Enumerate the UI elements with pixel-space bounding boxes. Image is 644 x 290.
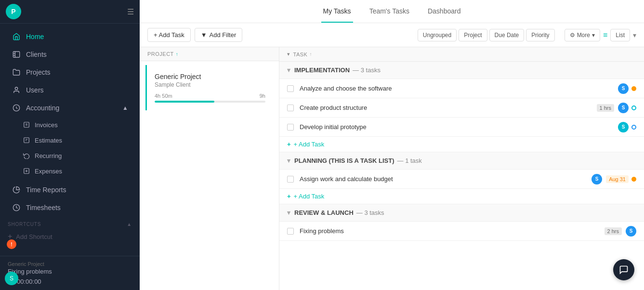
list-button[interactable]: List bbox=[610, 29, 630, 41]
sidebar-item-clients-label: Clients bbox=[26, 51, 47, 58]
options-icon[interactable]: ▾ bbox=[633, 31, 636, 39]
time-reports-icon bbox=[12, 185, 21, 195]
project-col-header: PROJECT ↑ bbox=[140, 47, 279, 61]
filter-due-date[interactable]: Due Date bbox=[489, 29, 525, 41]
sidebar: P ☰ Home Clients Projects Users bbox=[0, 0, 140, 290]
table-row: Analyze and choose the software S bbox=[279, 79, 644, 98]
add-filter-button[interactable]: ▼ Add Filter bbox=[195, 28, 243, 42]
estimates-icon bbox=[22, 136, 31, 145]
more-button[interactable]: ⚙ More ▾ bbox=[565, 29, 600, 41]
task-checkbox[interactable] bbox=[287, 85, 294, 92]
task-name[interactable]: Develop initial prototype bbox=[300, 123, 614, 131]
review-launch-collapse[interactable]: ▾ bbox=[287, 209, 290, 216]
logo-icon: P bbox=[6, 4, 21, 19]
notification-dot[interactable]: ! bbox=[7, 239, 16, 249]
sidebar-item-accounting[interactable]: Accounting ▲ bbox=[4, 99, 136, 117]
sidebar-item-recurring[interactable]: Recurring bbox=[0, 148, 140, 163]
list-view-icon[interactable]: ≡ bbox=[603, 31, 607, 40]
implementation-count: — 3 tasks bbox=[353, 66, 381, 74]
sidebar-item-time-reports-label: Time Reports bbox=[26, 186, 66, 194]
sidebar-item-projects-label: Projects bbox=[26, 68, 51, 76]
planning-title: PLANNING (THIS IS A TASK LIST) bbox=[294, 157, 394, 164]
task-checkbox[interactable] bbox=[287, 176, 294, 183]
task-checkbox[interactable] bbox=[287, 228, 294, 235]
bottom-task: Fixing problems bbox=[8, 268, 132, 275]
sidebar-item-clients[interactable]: Clients bbox=[4, 46, 136, 63]
filter-project[interactable]: Project bbox=[459, 29, 487, 41]
add-task-row-impl[interactable]: + + Add Task bbox=[279, 137, 644, 152]
avatar: S bbox=[618, 103, 629, 113]
sidebar-header: P ☰ bbox=[0, 0, 140, 24]
sidebar-item-timesheets[interactable]: Timesheets bbox=[4, 199, 136, 216]
task-badge: 1 hrs bbox=[597, 104, 614, 112]
bottom-project: Generic Project bbox=[8, 261, 132, 267]
svg-rect-0 bbox=[13, 52, 19, 57]
table-row: Assign work and calculate budget S Aug 3… bbox=[279, 170, 644, 189]
planning-collapse[interactable]: ▾ bbox=[287, 157, 290, 164]
add-task-button[interactable]: + Add Task bbox=[147, 28, 191, 42]
time-logged: 4h 50m bbox=[155, 93, 172, 99]
section-planning: ▾ PLANNING (THIS IS A TASK LIST) — 1 tas… bbox=[279, 152, 644, 170]
sidebar-item-home-label: Home bbox=[26, 33, 44, 40]
timesheets-icon bbox=[12, 203, 21, 212]
filter-ungrouped[interactable]: Ungrouped bbox=[418, 29, 457, 41]
expenses-icon bbox=[22, 167, 31, 175]
implementation-collapse[interactable]: ▾ bbox=[287, 66, 290, 74]
progress-bar-fill bbox=[155, 101, 214, 103]
review-launch-count: — 3 tasks bbox=[356, 209, 384, 216]
task-sort-icon[interactable]: ↑ bbox=[309, 52, 312, 57]
sidebar-item-users[interactable]: Users bbox=[4, 81, 136, 99]
sidebar-item-time-reports[interactable]: Time Reports bbox=[4, 181, 136, 198]
task-checkbox[interactable] bbox=[287, 124, 294, 131]
sidebar-item-projects[interactable]: Projects bbox=[4, 64, 136, 81]
project-sort-icon[interactable]: ↑ bbox=[176, 52, 179, 57]
sidebar-item-estimates[interactable]: Estimates bbox=[0, 132, 140, 148]
status-dot-cyan bbox=[631, 105, 636, 110]
filter-group: Ungrouped Project Due Date Priority bbox=[418, 29, 555, 41]
sidebar-bottom: Generic Project Fixing problems ⏱ 00:00:… bbox=[0, 256, 140, 290]
filter-icon: ▼ bbox=[201, 31, 207, 39]
project-name[interactable]: Generic Project bbox=[155, 73, 265, 80]
task-name[interactable]: Analyze and choose the software bbox=[300, 85, 614, 92]
task-name[interactable]: Assign work and calculate budget bbox=[300, 175, 588, 183]
estimates-label: Estimates bbox=[35, 137, 62, 144]
section-review-launch: ▾ REVIEW & LAUNCH — 3 tasks bbox=[279, 204, 644, 222]
main-header: My Tasks Team's Tasks Dashboard bbox=[140, 0, 644, 23]
users-icon bbox=[12, 85, 21, 95]
sidebar-item-home[interactable]: Home bbox=[4, 28, 136, 45]
project-card: Generic Project Sample Client 4h 50m 9h bbox=[145, 65, 273, 110]
task-col-header: ▾ TASK ↑ bbox=[279, 47, 644, 62]
task-name[interactable]: Fixing problems bbox=[300, 227, 601, 235]
sidebar-item-expenses[interactable]: Expenses bbox=[0, 163, 140, 179]
tab-teams-tasks[interactable]: Team's Tasks bbox=[368, 0, 411, 23]
planning-count: — 1 task bbox=[397, 157, 422, 164]
chat-icon bbox=[619, 265, 629, 275]
sidebar-menu-icon[interactable]: ☰ bbox=[127, 7, 134, 16]
task-name[interactable]: Create product structure bbox=[300, 104, 593, 111]
sidebar-item-invoices[interactable]: Invoices bbox=[0, 117, 140, 132]
collapse-all-icon[interactable]: ▾ bbox=[287, 51, 290, 57]
clients-icon bbox=[12, 50, 21, 59]
tab-dashboard[interactable]: Dashboard bbox=[426, 0, 463, 23]
invoices-icon bbox=[22, 120, 31, 129]
chat-widget[interactable] bbox=[613, 259, 634, 280]
tab-my-tasks[interactable]: My Tasks bbox=[321, 0, 353, 23]
add-shortcut-label: Add Shortcut bbox=[16, 233, 52, 240]
timer-display: 00:00:00 bbox=[17, 278, 41, 285]
sidebar-nav: Home Clients Projects Users Account bbox=[0, 24, 140, 248]
status-dot-orange bbox=[631, 177, 636, 182]
plus-icon: + bbox=[287, 141, 291, 148]
avatar: S bbox=[618, 122, 629, 132]
shortcuts-label: SHORTCUTS ▲ bbox=[0, 217, 140, 229]
task-checkbox[interactable] bbox=[287, 105, 294, 111]
implementation-title: IMPLEMENTATION bbox=[294, 66, 350, 74]
add-shortcut-button[interactable]: + Add Shortcut bbox=[0, 229, 140, 244]
time-budget: 9h bbox=[260, 93, 265, 99]
avatar: S bbox=[626, 226, 636, 237]
shortcuts-collapse[interactable]: ▲ bbox=[127, 222, 132, 227]
plus-icon: + bbox=[287, 193, 291, 200]
filter-priority[interactable]: Priority bbox=[526, 29, 554, 41]
user-avatar-bottom[interactable]: S bbox=[5, 272, 18, 285]
add-task-row-planning[interactable]: + + Add Task bbox=[279, 189, 644, 204]
sidebar-item-users-label: Users bbox=[26, 86, 44, 94]
